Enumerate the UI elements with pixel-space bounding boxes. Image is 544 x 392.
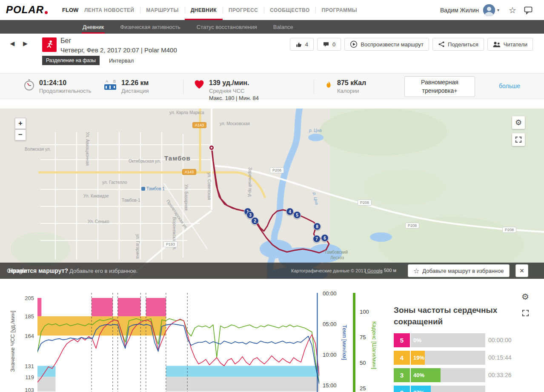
share-icon [438, 41, 445, 48]
subnav-diary[interactable]: Дневник [82, 20, 105, 34]
subnav-activity[interactable]: Физическая активность [119, 20, 181, 34]
favorites-star-icon[interactable]: ☆ [509, 5, 516, 15]
hr-label: Средняя ЧСС [209, 88, 259, 94]
runner-glyph [45, 40, 54, 49]
hr-zone-row-2: 2 27% [394, 386, 530, 392]
nav-community[interactable]: СООБЩЕСТВО [264, 0, 315, 20]
training-benefit-button[interactable]: Равномерная тренировка+ [404, 76, 475, 97]
more-link[interactable]: больше [499, 83, 520, 89]
map-fullscreen-button[interactable] [512, 133, 525, 146]
zone-time: 00:00:00 [488, 333, 512, 347]
polar-logo[interactable]: POLAR [6, 4, 48, 16]
pace-axis-tick: 05:00 [323, 321, 337, 327]
flame-icon [324, 79, 333, 90]
session-datetime: Четверг, Фев 2, 2017 20:07 | Polar M400 [60, 46, 177, 54]
distance-icon: AB [104, 79, 117, 94]
route-marker-8[interactable]: 8 [313, 223, 321, 230]
phase-value: Интервал [109, 57, 134, 64]
route-marker-2[interactable]: 2 [251, 217, 259, 225]
heart-icon [194, 79, 205, 89]
map-street-label: Заречный пр-д [248, 167, 252, 197]
pace-axis-tick: 10:00 [323, 352, 337, 358]
fullscreen-icon [522, 309, 529, 317]
hr-zone-row-3: 3 40% 00:33:26 [394, 368, 530, 382]
prev-session-button[interactable]: ◀ [7, 38, 18, 49]
map-settings-gear-button[interactable]: ⚙ [512, 116, 525, 129]
hr-value: 139 уд./мин. [209, 79, 259, 87]
clock-icon [23, 79, 35, 91]
chevron-down-icon[interactable]: ▾ [497, 8, 499, 12]
subnav-balance[interactable]: Balance [272, 20, 294, 34]
nav-programs[interactable]: ПРОГРАММЫ [315, 0, 363, 20]
chat-icon-glyph [524, 6, 533, 14]
share-button[interactable]: Поделиться [432, 38, 484, 51]
nav-news-feed[interactable]: ЛЕНТА НОВОСТЕЙ [78, 0, 140, 20]
stat-heart-rate: 139 уд./мин. Средняя ЧСС Макс. 180 | Мин… [194, 79, 259, 101]
sport-title: Бег [60, 37, 71, 45]
road-badge: А143 [182, 169, 196, 175]
hr-maxmin: Макс. 180 | Мин. 84 [209, 95, 259, 101]
next-session-button[interactable]: ▶ [20, 38, 31, 49]
polar-logo-dot [45, 11, 48, 14]
session-header: ◀ ▶ Бег Четверг, Фев 2, 2017 20:07 | Pol… [0, 34, 544, 73]
like-count: 4 [305, 41, 308, 48]
stat-calories: 875 кКал Калории [324, 79, 366, 94]
avatar-image [483, 4, 495, 16]
readers-button[interactable]: Читатели [487, 38, 533, 51]
hr-zones-panel: ⚙ Зоны частоты сердечных сокращений 5 0%… [394, 287, 544, 392]
star-icon: ☆ [413, 267, 419, 275]
zone-time: 00:33:26 [488, 368, 512, 382]
zoom-in-button[interactable]: + [15, 118, 26, 129]
chat-icon[interactable] [524, 6, 533, 14]
stat-duration: 01:24:10 Продолжительность [23, 79, 91, 94]
add-route-favorite-button[interactable]: ☆ Добавьте маршрут в избранное [408, 264, 510, 277]
road-badge: А143 [192, 122, 206, 128]
polar-logo-text: POLAR [6, 4, 44, 16]
route-map[interactable]: Тамбов Октябрьская ул. ул. Карла Маркса … [0, 109, 544, 279]
cadence-axis-tick: 75 [360, 334, 366, 340]
user-name[interactable]: Вадим Жилин [440, 7, 479, 14]
play-route-button[interactable]: Воспроизвести маршрут [344, 38, 429, 51]
chart-plot-area[interactable] [37, 293, 319, 392]
route-marker-5[interactable]: 5 [293, 211, 301, 219]
hr-zones-title: Зоны частоты сердечных сокращений [394, 304, 509, 327]
stat-distance: AB 12.26 км Дистанция [104, 79, 149, 94]
hr-axis-tick: 103 [20, 387, 34, 392]
route-marker-6[interactable]: 6 [321, 234, 329, 242]
hr-axis-tick: 164 [20, 333, 34, 339]
readers-label: Читатели [504, 41, 527, 48]
chart-fullscreen-icon[interactable] [522, 309, 529, 318]
zone-number: 2 [394, 386, 410, 392]
station-icon [141, 187, 145, 191]
map-station-label: Тамбов 1 [146, 186, 165, 191]
running-icon [42, 37, 57, 52]
route-marker-4[interactable]: 4 [286, 208, 294, 215]
nav-progress[interactable]: ПРОГРЕСС [223, 0, 264, 20]
nav-routes[interactable]: МАРШРУТЫ [140, 0, 184, 20]
hr-axis-tick: 131 [20, 363, 34, 369]
session-pager: ◀ ▶ [7, 38, 31, 49]
map-street-label: Волжская ул. [25, 147, 51, 152]
chart-settings-gear-icon[interactable]: ⚙ [521, 292, 529, 302]
comments-button[interactable]: 0 [317, 38, 341, 51]
avatar[interactable] [483, 4, 495, 16]
training-curves-chart: Значение ЧСС [уд./мин] 205 185 164 131 1… [0, 287, 392, 392]
zone-percent: 19% [413, 351, 424, 365]
play-route-label: Воспроизвести маршрут [361, 41, 424, 48]
map-river-label: р. Цна [309, 128, 321, 133]
road-badge: Р208 [502, 227, 516, 233]
hr-axis-label: Значение ЧСС [уд./мин] [9, 311, 16, 372]
map-street-label: ул. Карла Маркса [169, 110, 204, 115]
nav-diary[interactable]: ДНЕВНИК [185, 0, 223, 20]
zone-number: 5 [394, 333, 410, 347]
zoom-out-button[interactable]: − [15, 129, 26, 140]
duration-value: 01:24:10 [39, 79, 91, 87]
calories-value: 875 кКал [337, 79, 366, 87]
fullscreen-icon [515, 136, 522, 143]
close-overlay-button[interactable]: × [515, 264, 528, 277]
route-marker-7[interactable]: 7 [313, 235, 321, 243]
zone-bar-track: 40% [411, 368, 485, 382]
like-button[interactable]: 4 [290, 38, 314, 51]
subnav-recovery-status[interactable]: Статус восстановления [196, 20, 258, 34]
top-right-cluster: Вадим Жилин ▾ ☆ [440, 0, 533, 20]
